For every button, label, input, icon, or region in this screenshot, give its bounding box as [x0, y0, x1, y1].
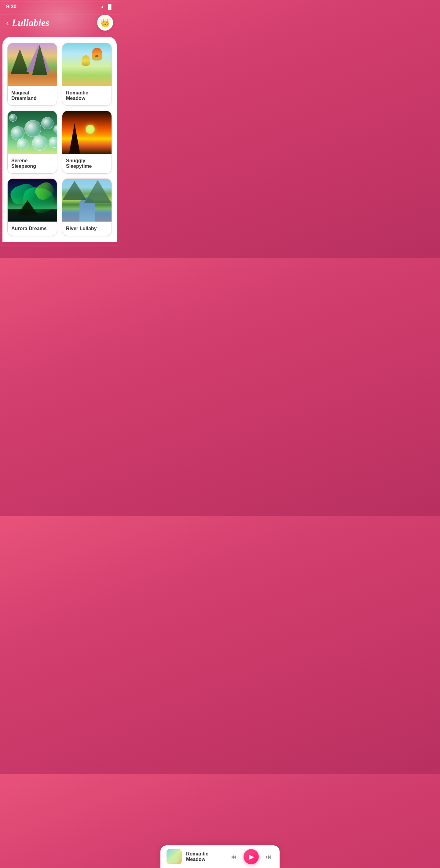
header-left: ‹ Lullabies	[6, 17, 49, 28]
song-card-river[interactable]: River Lullaby	[62, 179, 112, 236]
river-mountain-right	[84, 179, 112, 203]
song-card-serene-sleepsong[interactable]: Serene Sleepsong	[7, 111, 57, 174]
bubble-3	[41, 117, 54, 129]
page-title: Lullabies	[12, 17, 50, 28]
thumbnail-snuggly-sleepytime	[62, 111, 112, 154]
river-mountain-left	[62, 179, 87, 200]
songs-grid: Magical Dreamland Romantic Meadow	[7, 43, 112, 236]
bubble-5	[17, 138, 28, 150]
song-card-romantic-meadow[interactable]: Romantic Meadow	[62, 43, 112, 106]
thumbnail-magical-dreamland	[8, 43, 57, 86]
signal-icon: ▲	[100, 5, 104, 9]
bubble-6	[32, 135, 48, 151]
song-title-magical-dreamland: Magical Dreamland	[8, 86, 57, 105]
song-card-magical-dreamland[interactable]: Magical Dreamland	[7, 43, 57, 106]
song-title-romantic-meadow: Romantic Meadow	[62, 86, 112, 105]
song-title-serene-sleepsong: Serene Sleepsong	[8, 154, 57, 173]
balloon-decoration	[92, 48, 102, 61]
balloon-basket	[95, 55, 98, 57]
song-title-aurora: Aurora Dreams	[8, 222, 57, 236]
battery-icon: ▐▌	[106, 4, 113, 9]
main-card: Magical Dreamland Romantic Meadow	[2, 37, 117, 242]
song-card-aurora[interactable]: Aurora Dreams	[7, 179, 57, 236]
crown-icon: 👑	[100, 18, 110, 28]
header: ‹ Lullabies 👑	[0, 12, 119, 37]
song-card-snuggly-sleepytime[interactable]: Snuggly Sleepytime	[62, 111, 112, 174]
status-time: 9:30	[6, 4, 17, 10]
thumbnail-river	[62, 179, 112, 222]
bubble-8	[9, 114, 17, 122]
status-bar: 9:30 ▲ ▐▌	[0, 0, 119, 12]
balloon2-decoration	[82, 55, 90, 66]
bubbles-container	[8, 111, 57, 154]
back-button[interactable]: ‹	[6, 19, 9, 27]
sun-decoration	[86, 125, 95, 134]
status-icons: ▲ ▐▌	[100, 4, 113, 9]
thumbnail-aurora	[8, 179, 57, 222]
song-title-snuggly-sleepytime: Snuggly Sleepytime	[62, 154, 112, 173]
song-title-river: River Lullaby	[62, 222, 112, 236]
thumbnail-serene-sleepsong	[8, 111, 57, 154]
bubble-2	[25, 120, 41, 137]
bubble-4	[54, 125, 57, 134]
bubble-1	[11, 126, 25, 140]
bubble-7	[49, 137, 57, 148]
crown-avatar[interactable]: 👑	[97, 15, 113, 31]
thumbnail-romantic-meadow	[62, 43, 112, 86]
tree-silhouette	[68, 123, 81, 154]
mountain-decoration	[26, 44, 51, 72]
